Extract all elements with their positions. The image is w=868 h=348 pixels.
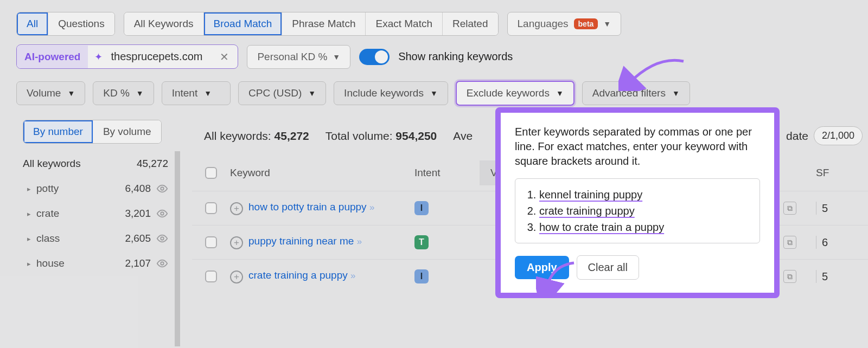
eye-icon[interactable] [156,183,168,195]
sidebar-item-count: 2,605 [125,233,151,244]
domain-value: thesprucepets.com [108,45,211,68]
chevron-down-icon [430,89,438,98]
cpc-filter[interactable]: CPC (USD) [238,81,326,105]
svg-point-3 [161,262,164,265]
exclude-keyword-item: crate training puppy [539,203,750,219]
add-icon[interactable]: + [230,236,243,249]
summary-all-label: All keywords: [204,130,271,142]
expand-icon[interactable]: » [350,270,354,281]
sidebar-item-label: class [36,233,60,244]
tab-all[interactable]: All [17,12,48,35]
eye-icon[interactable] [156,208,168,220]
show-ranking-toggle[interactable] [359,49,390,65]
personal-kd-label: Personal KD % [257,51,327,63]
th-keyword[interactable]: Keyword [225,167,409,179]
include-label: Include keywords [344,87,424,99]
include-keywords-filter[interactable]: Include keywords [334,81,448,105]
advanced-label: Advanced filters [592,87,666,99]
personal-kd-dropdown[interactable]: Personal KD % [247,45,350,69]
serp-features-icon[interactable]: ⧉ [783,236,796,249]
clear-domain-icon[interactable]: ✕ [211,50,238,63]
sort-by-volume[interactable]: By volume [93,120,161,143]
kd-filter[interactable]: KD % [93,81,154,105]
expand-icon[interactable]: » [369,202,373,212]
languages-dropdown[interactable]: Languages beta [507,12,622,36]
sidebar: By number By volume All keywords 45,272 … [16,120,180,346]
summary-total-value: 954,250 [395,130,437,142]
tab-phrase-match[interactable]: Phrase Match [282,12,366,35]
chevron-right-icon [27,210,31,218]
chevron-down-icon [308,89,316,98]
serp-features-icon[interactable]: ⧉ [783,270,796,283]
sparkle-icon: ✦ [88,51,108,63]
sidebar-item[interactable]: class2,605 [16,226,175,251]
exclude-keywords-input[interactable]: kennel training puppycrate training pupp… [515,178,760,243]
intent-filter[interactable]: Intent [162,81,231,105]
add-icon[interactable]: + [230,270,243,283]
keyword-link[interactable]: crate training a puppy [248,269,348,281]
exclude-label: Exclude keywords [467,87,550,99]
row-checkbox[interactable] [205,202,217,214]
tab-exact-match[interactable]: Exact Match [366,12,443,35]
svg-point-0 [161,187,164,190]
th-intent[interactable]: Intent [409,167,480,179]
sidebar-item[interactable]: potty6,408 [16,176,175,201]
keyword-link[interactable]: puppy training near me [248,235,354,247]
exclude-keyword-item: how to crate train a puppy [539,219,750,235]
chevron-down-icon [672,89,680,98]
popover-instructions: Enter keywords separated by commas or on… [515,125,760,169]
eye-icon[interactable] [156,233,168,244]
keyword-link[interactable]: how to potty train a puppy [248,201,367,212]
filter-pill-row: Volume KD % Intent CPC (USD) Include key… [0,69,868,106]
chevron-right-icon [27,185,31,193]
exclude-keyword-item: kennel training puppy [539,186,750,203]
match-type-group: All Keywords Broad Match Phrase Match Ex… [124,12,499,36]
sidebar-item-label: house [36,257,65,269]
sidebar-all-keywords-count: 45,272 [137,158,168,170]
row-checkbox[interactable] [205,236,217,248]
summary-avg-label: Ave [453,130,473,143]
sidebar-item[interactable]: house2,107 [16,251,175,276]
add-icon[interactable]: + [230,202,243,215]
expand-icon[interactable]: » [357,236,360,247]
languages-label: Languages [518,18,569,30]
tab-related[interactable]: Related [443,12,498,35]
advanced-filters[interactable]: Advanced filters [582,81,690,105]
svg-point-2 [161,237,164,240]
th-sf[interactable]: SF [810,167,854,179]
sort-by-number[interactable]: By number [23,120,93,143]
date-page-indicator[interactable]: 2/1,000 [814,126,863,145]
eye-icon[interactable] [156,257,168,269]
svg-point-1 [161,212,164,215]
row-checkbox[interactable] [205,270,217,282]
summary-all-value: 45,272 [275,130,309,142]
sidebar-item-count: 3,201 [125,208,151,220]
ai-domain-chip[interactable]: AI-powered ✦ thesprucepets.com ✕ [16,44,238,69]
sf-count: 6 [822,236,828,249]
date-label: date [786,130,808,143]
sf-count: 5 [822,202,828,215]
ai-powered-label: AI-powered [17,46,88,68]
ai-filter-row: AI-powered ✦ thesprucepets.com ✕ Persona… [0,36,868,69]
intent-label: Intent [172,87,198,99]
serp-features-icon[interactable]: ⧉ [783,202,796,215]
exclude-keywords-filter[interactable]: Exclude keywords [456,81,575,106]
chevron-down-icon [333,53,340,61]
tab-all-keywords[interactable]: All Keywords [124,12,204,35]
tab-questions[interactable]: Questions [48,12,114,35]
select-all-checkbox[interactable] [205,167,217,179]
top-filter-row: All Questions All Keywords Broad Match P… [0,0,868,36]
tab-broad-match[interactable]: Broad Match [204,12,283,35]
sidebar-item-label: potty [36,183,59,195]
volume-filter[interactable]: Volume [16,81,85,105]
clear-all-button[interactable]: Clear all [577,255,639,280]
apply-button[interactable]: Apply [515,256,569,279]
sidebar-item[interactable]: crate3,201 [16,201,175,226]
sidebar-body: All keywords 45,272 potty6,408crate3,201… [16,151,180,346]
kd-label: KD % [103,87,130,99]
intent-badge: T [414,235,429,249]
chevron-down-icon [556,89,564,98]
chevron-down-icon [67,89,75,98]
sidebar-item-count: 6,408 [125,183,151,195]
sidebar-all-keywords-row[interactable]: All keywords 45,272 [16,151,175,176]
